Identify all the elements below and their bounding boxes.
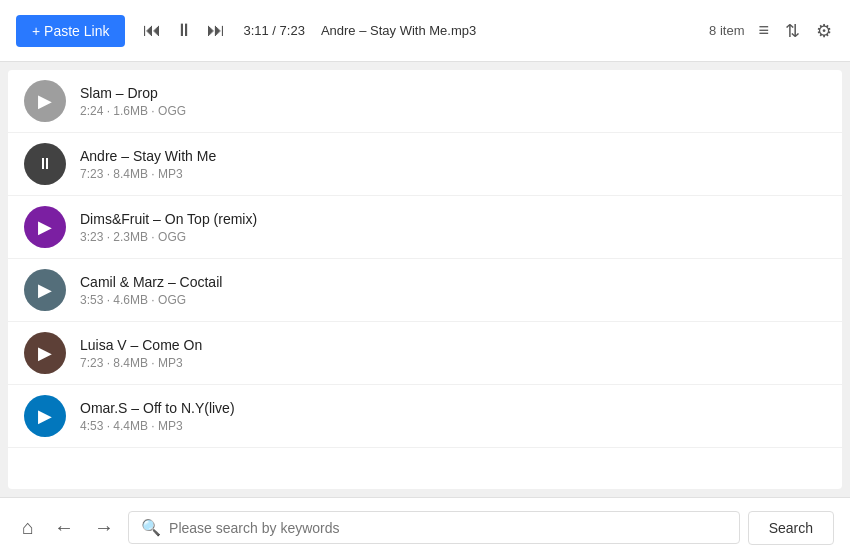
skip-prev-button[interactable]: ⏮ (141, 18, 163, 43)
track-name: Luisa V – Come On (80, 337, 826, 353)
play-state-icon: ▶ (38, 90, 52, 112)
sort-icon: ⇅ (785, 20, 800, 42)
skip-next-button[interactable]: ⏭ (205, 18, 227, 43)
track-item[interactable]: ▶ Slam – Drop 2:24 · 1.6MB · OGG (8, 70, 842, 133)
home-icon: ⌂ (22, 516, 34, 539)
search-list-button[interactable]: ≡ (756, 18, 771, 43)
track-name: Slam – Drop (80, 85, 826, 101)
transport-controls: ⏮ ⏸ ⏭ (141, 18, 227, 43)
track-item[interactable]: ▶ Luisa V – Come On 7:23 · 8.4MB · MP3 (8, 322, 842, 385)
track-meta: 7:23 · 8.4MB · MP3 (80, 356, 826, 370)
search-input[interactable] (169, 520, 727, 536)
track-item[interactable]: ▶ Dims&Fruit – On Top (remix) 3:23 · 2.3… (8, 196, 842, 259)
play-state-icon: ▶ (38, 279, 52, 301)
track-thumbnail: ▶ (24, 80, 66, 122)
play-state-icon: ▶ (38, 216, 52, 238)
search-area: 🔍 (128, 511, 740, 544)
back-button[interactable]: ← (48, 512, 80, 543)
back-icon: ← (54, 516, 74, 539)
track-thumbnail: ▶ (24, 269, 66, 311)
pause-icon: ⏸ (175, 20, 193, 41)
track-item[interactable]: ▶ Camil & Marz – Coctail 3:53 · 4.6MB · … (8, 259, 842, 322)
track-thumbnail: ▶ (24, 206, 66, 248)
paste-link-button[interactable]: + Paste Link (16, 15, 125, 47)
pause-state-icon: ⏸ (37, 155, 53, 173)
track-meta: 2:24 · 1.6MB · OGG (80, 104, 826, 118)
track-item[interactable]: ⏸ Andre – Stay With Me 7:23 · 8.4MB · MP… (8, 133, 842, 196)
track-list: ▶ Slam – Drop 2:24 · 1.6MB · OGG ⏸ Andre… (8, 70, 842, 489)
play-state-icon: ▶ (38, 405, 52, 427)
skip-prev-icon: ⏮ (143, 20, 161, 41)
time-total: 7:23 (280, 23, 305, 38)
track-info: Andre – Stay With Me 7:23 · 8.4MB · MP3 (80, 148, 826, 181)
item-count: 8 item (709, 23, 744, 38)
track-name: Omar.S – Off to N.Y(live) (80, 400, 826, 416)
settings-icon: ⚙ (816, 20, 832, 42)
track-thumbnail: ▶ (24, 332, 66, 374)
search-icon: 🔍 (141, 518, 161, 537)
bottom-nav: ⌂ ← → 🔍 Search (0, 497, 850, 557)
track-thumbnail: ▶ (24, 395, 66, 437)
track-name: Andre – Stay With Me (80, 148, 826, 164)
pause-button[interactable]: ⏸ (173, 18, 195, 43)
track-meta: 3:53 · 4.6MB · OGG (80, 293, 826, 307)
track-item[interactable]: ▶ Omar.S – Off to N.Y(live) 4:53 · 4.4MB… (8, 385, 842, 448)
playback-time: 3:11 / 7:23 (243, 23, 304, 38)
settings-button[interactable]: ⚙ (814, 18, 834, 44)
forward-icon: → (94, 516, 114, 539)
sort-button[interactable]: ⇅ (783, 18, 802, 44)
track-meta: 4:53 · 4.4MB · MP3 (80, 419, 826, 433)
now-playing-title: Andre – Stay With Me.mp3 (321, 23, 693, 38)
home-button[interactable]: ⌂ (16, 512, 40, 543)
time-current: 3:11 (243, 23, 268, 38)
topbar: + Paste Link ⏮ ⏸ ⏭ 3:11 / 7:23 Andre – S… (0, 0, 850, 62)
forward-button[interactable]: → (88, 512, 120, 543)
track-info: Omar.S – Off to N.Y(live) 4:53 · 4.4MB ·… (80, 400, 826, 433)
search-button[interactable]: Search (748, 511, 834, 545)
right-controls: 8 item ≡ ⇅ ⚙ (709, 18, 834, 44)
track-thumbnail: ⏸ (24, 143, 66, 185)
track-name: Dims&Fruit – On Top (remix) (80, 211, 826, 227)
track-info: Dims&Fruit – On Top (remix) 3:23 · 2.3MB… (80, 211, 826, 244)
track-meta: 7:23 · 8.4MB · MP3 (80, 167, 826, 181)
search-list-icon: ≡ (758, 20, 769, 41)
track-info: Camil & Marz – Coctail 3:53 · 4.6MB · OG… (80, 274, 826, 307)
skip-next-icon: ⏭ (207, 20, 225, 41)
track-meta: 3:23 · 2.3MB · OGG (80, 230, 826, 244)
track-info: Slam – Drop 2:24 · 1.6MB · OGG (80, 85, 826, 118)
track-info: Luisa V – Come On 7:23 · 8.4MB · MP3 (80, 337, 826, 370)
play-state-icon: ▶ (38, 342, 52, 364)
track-name: Camil & Marz – Coctail (80, 274, 826, 290)
